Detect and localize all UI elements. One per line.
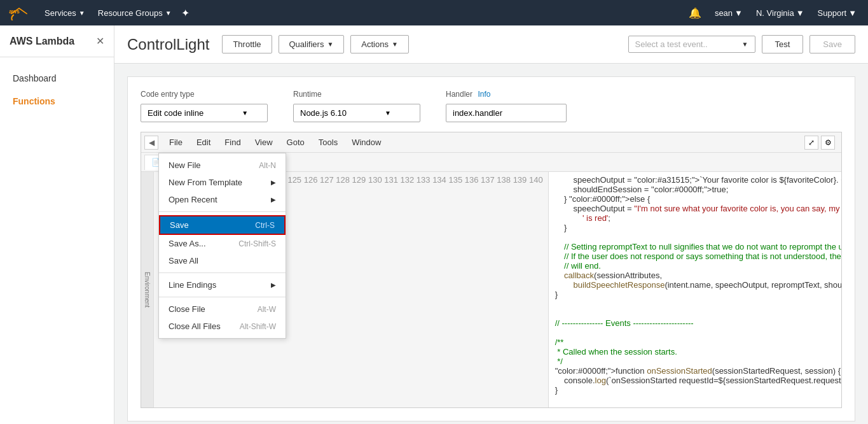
runtime-arrow: ▼ (385, 110, 391, 117)
menu-item-new-file[interactable]: New File Alt-N (159, 157, 286, 174)
code-entry-dropdown[interactable]: Edit code inline ▼ (141, 104, 268, 122)
menu-item-save-as[interactable]: Save As... Ctrl-Shift-S (159, 235, 286, 252)
menu-item-save[interactable]: Save Ctrl-S (159, 215, 286, 235)
runtime-field: Runtime Node.js 6.10 ▼ (293, 90, 420, 122)
actions-label: Actions (361, 39, 389, 49)
menu-item-open-recent[interactable]: Open Recent ▶ (159, 191, 286, 208)
code-entry-arrow: ▼ (242, 110, 248, 117)
nav-right: 🔔 sean ▼ N. Virginia ▼ Support ▼ (684, 7, 862, 19)
bell-icon[interactable]: 🔔 (684, 7, 706, 19)
file-context-menu: New File Alt-N New From Template ▶ Open … (158, 153, 286, 339)
menu-edit[interactable]: Edit (190, 135, 217, 150)
editor-toolbar: ◀ File Edit Find View Goto Tools Window … (141, 132, 841, 153)
menu-find[interactable]: Find (218, 135, 247, 150)
sidebar-item-functions[interactable]: Functions (0, 90, 114, 113)
menu-item-close-file-shortcut: Alt-W (258, 305, 276, 314)
services-arrow: ▼ (79, 10, 85, 17)
region-menu[interactable]: N. Virginia ▼ (751, 8, 809, 18)
actions-button[interactable]: Actions ▼ (350, 35, 409, 53)
menu-item-save-as-shortcut: Ctrl-Shift-S (238, 239, 276, 248)
menu-item-close-all-files[interactable]: Close All Files Alt-Shift-W (159, 318, 286, 335)
menu-item-save-shortcut: Ctrl-S (255, 221, 275, 230)
settings-icon[interactable]: ⚙ (821, 136, 835, 150)
sidebar-nav: Dashboard Functions (0, 57, 114, 122)
handler-field: Handler Info (446, 90, 567, 122)
content-area: ControlLight Throttle Qualifiers ▼ Actio… (114, 25, 868, 424)
top-navigation: aws Services ▼ Resource Groups ▼ ✦ 🔔 sea… (0, 0, 868, 25)
runtime-value: Node.js 6.10 (300, 108, 347, 118)
menu-item-save-all[interactable]: Save All (159, 252, 286, 269)
resource-groups-arrow: ▼ (165, 10, 172, 17)
code-entry-label: Code entry type (141, 90, 268, 99)
actions-arrow: ▼ (392, 41, 398, 48)
throttle-button[interactable]: Throttle (222, 35, 272, 53)
resource-groups-nav[interactable]: Resource Groups ▼ (92, 0, 178, 25)
function-title: ControlLight (127, 36, 209, 53)
menu-item-line-endings[interactable]: Line Endings ▶ (159, 276, 286, 293)
line-endings-arrow: ▶ (271, 281, 276, 288)
sidebar-title: AWS Lambda (10, 36, 74, 47)
resource-groups-label: Resource Groups (98, 8, 163, 18)
config-section: Code entry type Edit code inline ▼ Runti… (127, 76, 855, 421)
sidebar: AWS Lambda ✕ Dashboard Functions (0, 25, 114, 424)
code-editor[interactable]: speechOutput = "color:#a31515;">`Your fa… (549, 172, 841, 407)
runtime-dropdown[interactable]: Node.js 6.10 ▼ (293, 104, 420, 122)
sidebar-header: AWS Lambda ✕ (0, 25, 114, 57)
runtime-label: Runtime (293, 90, 420, 99)
support-arrow: ▼ (848, 8, 857, 18)
user-arrow: ▼ (734, 8, 743, 18)
save-button[interactable]: Save (809, 35, 855, 53)
handler-label: Handler Info (446, 90, 567, 99)
menu-item-open-recent-label: Open Recent (169, 195, 217, 204)
test-event-select[interactable]: Select a test event.. ▼ (628, 36, 755, 53)
services-label: Services (45, 8, 76, 18)
menu-item-line-endings-label: Line Endings (169, 280, 216, 290)
environment-sidebar[interactable]: Environment (141, 172, 154, 407)
user-label: sean (715, 8, 733, 18)
menu-goto[interactable]: Goto (280, 135, 311, 150)
menu-item-new-from-template[interactable]: New From Template ▶ (159, 174, 286, 191)
pin-icon[interactable]: ✦ (178, 0, 193, 25)
editor-container: ◀ File Edit Find View Goto Tools Window … (141, 132, 842, 408)
function-header: ControlLight Throttle Qualifiers ▼ Actio… (114, 25, 868, 64)
menu-item-close-file-label: Close File (169, 304, 205, 314)
handler-info-link[interactable]: Info (478, 90, 490, 99)
menu-divider-1 (159, 211, 286, 212)
qualifiers-arrow: ▼ (327, 41, 333, 48)
sub-content: Code entry type Edit code inline ▼ Runti… (114, 64, 868, 424)
new-from-template-arrow: ▶ (271, 179, 276, 186)
user-menu[interactable]: sean ▼ (710, 8, 748, 18)
sidebar-item-dashboard[interactable]: Dashboard (0, 67, 114, 90)
menu-divider-3 (159, 297, 286, 297)
menu-item-new-file-label: New File (169, 160, 201, 170)
handler-input[interactable] (446, 104, 567, 122)
throttle-label: Throttle (233, 39, 261, 49)
menu-item-close-all-files-label: Close All Files (169, 322, 221, 331)
support-menu[interactable]: Support ▼ (813, 8, 862, 18)
menu-item-close-file[interactable]: Close File Alt-W (159, 300, 286, 318)
aws-logo: aws (6, 3, 32, 22)
collapse-icon[interactable]: ◀ (144, 136, 158, 150)
menu-item-new-from-template-label: New From Template (169, 178, 242, 187)
menu-tools[interactable]: Tools (312, 135, 344, 150)
services-nav[interactable]: Services ▼ (38, 0, 92, 25)
menu-view[interactable]: View (249, 135, 279, 150)
open-recent-arrow: ▶ (271, 196, 276, 203)
test-button[interactable]: Test (762, 35, 804, 53)
menu-item-save-as-label: Save As... (169, 239, 206, 248)
sidebar-close-button[interactable]: ✕ (96, 35, 104, 47)
fullscreen-icon[interactable]: ⤢ (804, 136, 818, 150)
test-event-arrow: ▼ (742, 41, 748, 48)
svg-text:aws: aws (9, 8, 20, 15)
code-entry-value: Edit code inline (148, 108, 203, 118)
qualifiers-button[interactable]: Qualifiers ▼ (279, 35, 345, 53)
support-label: Support (818, 8, 847, 18)
menu-divider-2 (159, 272, 286, 273)
menu-item-new-file-shortcut: Alt-N (259, 161, 276, 170)
menu-item-save-all-label: Save All (169, 256, 198, 265)
menu-item-save-label: Save (170, 220, 189, 230)
code-entry-field: Code entry type Edit code inline ▼ (141, 90, 268, 122)
menu-window[interactable]: Window (345, 135, 387, 150)
menu-file[interactable]: File (163, 135, 189, 150)
menu-item-close-all-files-shortcut: Alt-Shift-W (240, 322, 276, 331)
